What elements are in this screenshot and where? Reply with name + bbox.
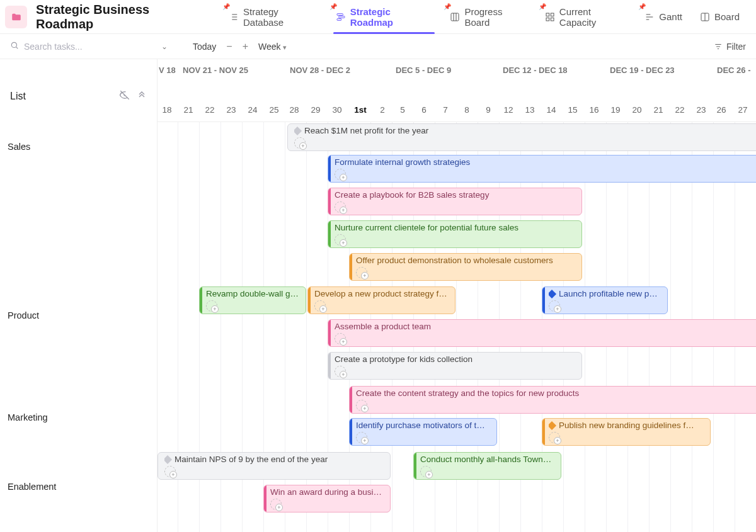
tab-label: Strategic Roadmap [350, 6, 433, 28]
day-header: 18 21 22 23 24 25 28 29 30 1st 2 5 6 7 8… [158, 97, 756, 122]
assignee-add-icon[interactable] [270, 499, 282, 510]
task-bar[interactable]: Offer product demonstration to wholesale… [349, 253, 582, 281]
assignee-add-icon[interactable] [335, 201, 346, 213]
group-enablement[interactable]: Enablement [0, 473, 157, 501]
assignee-add-icon[interactable] [549, 300, 560, 312]
day-label: 19 [605, 97, 626, 122]
task-bar[interactable]: Win an award during a busi… [263, 485, 391, 512]
task-bar[interactable]: Formulate internal growth strategies [328, 155, 756, 183]
zoom-out-button[interactable]: − [221, 41, 237, 52]
task-bar[interactable]: Launch profitable new p… [542, 286, 668, 314]
list-header: List [0, 59, 157, 133]
assignee-add-icon[interactable] [335, 333, 346, 344]
zoom-in-button[interactable]: + [238, 41, 253, 52]
tab-gantt[interactable]: 📌 Gantt [636, 0, 691, 34]
day-label: 14 [541, 97, 562, 122]
assignee-add-icon[interactable] [549, 432, 560, 443]
day-label: 25 [263, 97, 285, 122]
search-input[interactable] [24, 42, 125, 52]
assignee-add-icon[interactable] [314, 300, 326, 312]
list-icon [229, 12, 239, 22]
task-bar[interactable]: Assemble a product team [328, 319, 756, 347]
collapse-icon[interactable] [137, 89, 147, 103]
day-label: 2 [372, 97, 393, 122]
today-button[interactable]: Today [188, 42, 221, 52]
day-label: 24 [242, 97, 263, 122]
task-bar[interactable]: Conduct monthly all-hands Town… [413, 452, 561, 480]
task-bar[interactable]: Develop a new product strategy f… [307, 286, 455, 314]
topbar: Strategic Business Roadmap 📌 Strategy Da… [0, 0, 756, 34]
day-label: 21 [178, 97, 199, 122]
filter-button[interactable]: Filter [714, 42, 746, 52]
group-product[interactable]: Product [0, 302, 157, 404]
assignee-add-icon[interactable] [356, 267, 367, 278]
left-column: List Sales Product Marketing Enablement [0, 59, 158, 532]
day-label: 18 [158, 97, 178, 122]
pin-icon: 📌 [222, 3, 230, 10]
task-bar[interactable]: Revamp double-wall gl… [199, 286, 306, 314]
group-marketing[interactable]: Marketing [0, 404, 157, 473]
main: List Sales Product Marketing Enablement … [0, 59, 756, 532]
tab-strategic-roadmap[interactable]: 📌 Strategic Roadmap [327, 0, 442, 34]
task-bar[interactable]: Publish new branding guidelines f… [542, 418, 711, 446]
diamond-icon [294, 127, 302, 135]
diamond-icon [164, 455, 172, 464]
day-label: 9 [478, 97, 499, 122]
week-label: NOV 28 - DEC 2 [290, 59, 350, 97]
assignee-add-icon[interactable] [356, 432, 367, 443]
tab-current-capacity[interactable]: 📌 Current Capacity [536, 0, 636, 34]
day-label: 1st [348, 97, 373, 122]
pin-icon: 📌 [444, 3, 451, 10]
task-bar[interactable]: Create a prototype for kids collection [328, 352, 582, 380]
task-bar[interactable]: Nurture current clientele for potential … [328, 220, 582, 248]
day-label: 12 [498, 97, 519, 122]
week-label: V 18 [159, 59, 176, 97]
day-label: 29 [305, 97, 326, 122]
timeline[interactable]: V 18 NOV 21 - NOV 25 NOV 28 - DEC 2 DEC … [158, 59, 756, 532]
assignee-add-icon[interactable] [294, 137, 306, 149]
assignee-add-icon[interactable] [335, 234, 346, 246]
day-label: 23 [220, 97, 242, 122]
week-header: V 18 NOV 21 - NOV 25 NOV 28 - DEC 2 DEC … [158, 59, 756, 97]
svg-rect-7 [551, 18, 554, 21]
tab-progress-board[interactable]: 📌 Progress Board [441, 0, 536, 34]
tab-strategy-database[interactable]: 📌 Strategy Database [220, 0, 327, 34]
gantt-icon [644, 12, 655, 22]
visibility-off-icon[interactable] [119, 89, 130, 103]
group-sales[interactable]: Sales [0, 133, 157, 302]
search-icon [10, 41, 19, 52]
day-label: 26 [711, 97, 732, 122]
task-bar[interactable]: Create the content strategy and the topi… [349, 386, 756, 414]
day-label: 16 [583, 97, 605, 122]
diamond-icon [549, 290, 556, 298]
board-icon [450, 12, 460, 22]
timescale-button[interactable]: Week ▾ [253, 42, 292, 52]
task-bar[interactable]: Reach $1M net profit for the year [287, 123, 756, 151]
grid-icon [545, 12, 555, 22]
tab-board[interactable]: Board [691, 0, 748, 34]
list-label: List [10, 91, 26, 102]
svg-point-9 [11, 42, 16, 47]
tab-label: Progress Board [464, 6, 527, 28]
assignee-add-icon[interactable] [335, 169, 346, 180]
task-bar[interactable]: Create a playbook for B2B sales strategy [328, 188, 582, 215]
chevron-down-icon[interactable]: ⌄ [161, 42, 168, 51]
assignee-add-icon[interactable] [164, 466, 176, 477]
assignee-add-icon[interactable] [420, 466, 432, 477]
folder-icon[interactable] [5, 6, 27, 28]
svg-rect-3 [451, 13, 459, 21]
day-label: 27 [732, 97, 753, 122]
assignee-add-icon[interactable] [206, 300, 217, 312]
day-label: 7 [435, 97, 456, 122]
chevron-down-icon: ▾ [283, 43, 287, 51]
task-bar[interactable]: Identify purchase motivators of t… [349, 418, 497, 446]
assignee-add-icon[interactable] [356, 400, 367, 411]
day-label: 30 [326, 97, 348, 122]
chart-area[interactable]: Reach $1M net profit for the year Formul… [158, 122, 756, 532]
toolbar: ⌄ Today − + Week ▾ Filter [0, 34, 756, 59]
task-bar[interactable]: Maintain NPS of 9 by the end of the year [158, 452, 391, 480]
assignee-add-icon[interactable] [335, 366, 346, 377]
svg-rect-1 [338, 16, 344, 18]
pin-icon: 📌 [539, 3, 546, 10]
filter-icon [714, 42, 723, 51]
